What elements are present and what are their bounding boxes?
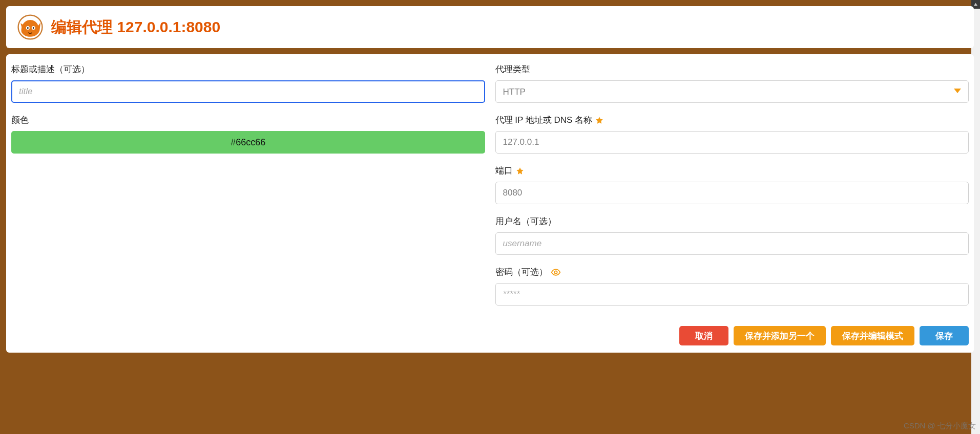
password-label: 密码（可选） [495,266,548,278]
required-star-icon [595,116,603,124]
port-label: 端口 [495,165,513,177]
required-star-icon [516,167,524,175]
field-color: 颜色 #66cc66 [11,114,485,154]
save-add-another-button[interactable]: 保存并添加另一个 [734,326,826,345]
field-title: 标题或描述（可选） [11,63,485,103]
color-swatch-button[interactable]: #66cc66 [11,131,485,154]
foxyproxy-logo-icon [17,14,43,40]
proxy-form: 标题或描述（可选） 颜色 #66cc66 代理类型 HTTP [6,54,974,353]
username-input[interactable] [495,232,969,255]
save-button[interactable]: 保存 [920,326,969,345]
svg-point-5 [554,271,557,273]
field-password: 密码（可选） [495,266,969,306]
field-proxy-type: 代理类型 HTTP [495,63,969,103]
page-header: 编辑代理 127.0.0.1:8080 [6,6,974,48]
form-left-column: 标题或描述（可选） 颜色 #66cc66 [11,63,485,317]
svg-point-4 [33,27,34,29]
save-edit-mode-button[interactable]: 保存并编辑模式 [831,326,914,345]
port-input[interactable] [495,182,969,204]
proxy-type-label: 代理类型 [495,63,969,75]
username-label: 用户名（可选） [495,215,969,227]
form-right-column: 代理类型 HTTP 代理 IP 地址或 DNS 名称 [495,63,969,317]
field-port: 端口 [495,165,969,204]
title-input[interactable] [11,80,485,103]
title-label: 标题或描述（可选） [11,63,485,75]
proxy-type-select[interactable]: HTTP [495,80,969,103]
color-label: 颜色 [11,114,485,126]
svg-point-3 [27,27,29,29]
field-username: 用户名（可选） [495,215,969,255]
page-title: 编辑代理 127.0.0.1:8080 [51,17,220,38]
proxy-ip-label: 代理 IP 地址或 DNS 名称 [495,114,593,126]
password-input[interactable] [495,283,969,306]
field-proxy-ip: 代理 IP 地址或 DNS 名称 [495,114,969,154]
cancel-button[interactable]: 取消 [679,326,728,345]
proxy-ip-input[interactable] [495,131,969,154]
eye-icon[interactable] [551,269,561,276]
action-buttons: 取消 保存并添加另一个 保存并编辑模式 保存 [679,326,969,345]
